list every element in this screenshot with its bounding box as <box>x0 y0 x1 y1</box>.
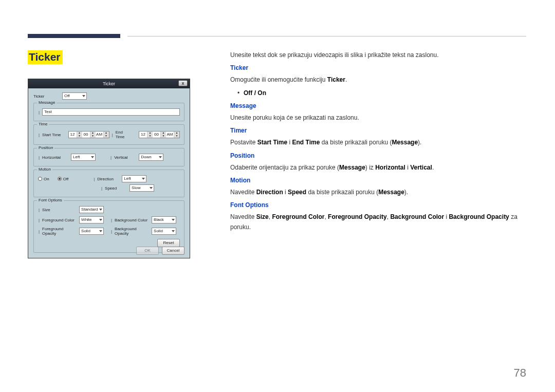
message-heading: Message <box>230 101 526 111</box>
message-field-marker: | <box>39 110 40 115</box>
dialog-close-button[interactable]: x <box>178 80 188 86</box>
motion-group: Motion On Off | Direction Left <box>33 170 184 197</box>
motion-heading: Motion <box>230 176 526 185</box>
motion-off-radio[interactable]: Off <box>58 177 69 181</box>
bg-color-select[interactable]: Black <box>152 216 176 223</box>
message-desc: Unesite poruku koja će se prikazati na z… <box>230 113 526 123</box>
fg-color-select[interactable]: White <box>79 216 104 223</box>
content-columns: Ticker Ticker x Ticker Off Message | Tes… <box>28 50 526 258</box>
bg-opacity-label: Background Opacity <box>115 227 150 236</box>
timer-desc: Postavite Start Time i End Time da biste… <box>230 138 526 147</box>
direction-label: Direction <box>97 177 120 181</box>
ticker-select[interactable]: Off <box>62 92 87 100</box>
bg-color-label: Background Color <box>115 218 150 222</box>
cancel-button[interactable]: Cancel <box>162 247 184 255</box>
dialog-title-text: Ticker <box>28 79 190 88</box>
motion-group-label: Motion <box>37 167 52 172</box>
position-group: Position | Horizontal Left | Vertical Do… <box>33 148 184 166</box>
header-rule <box>127 36 526 36</box>
size-label: Size <box>42 208 77 212</box>
font-group-label: Font Options <box>37 198 64 202</box>
dialog-body: Ticker Off Message | Test Time | Start T… <box>28 88 190 257</box>
horizontal-label: Horizontal <box>42 155 69 160</box>
motion-desc: Navedite Direction i Speed da biste prik… <box>230 188 526 197</box>
font-options-desc: Navedite Size, Foreground Color, Foregro… <box>230 212 526 232</box>
end-time-label: End Time <box>116 130 131 139</box>
header-accent-bar <box>28 34 120 38</box>
size-select[interactable]: Standard <box>79 206 104 213</box>
timer-heading: Timer <box>230 126 526 136</box>
ticker-dialog: Ticker x Ticker Off Message | Test Time <box>28 79 190 258</box>
intro-text: Unesite tekst dok se prikazuju videozapi… <box>230 50 526 60</box>
position-group-label: Position <box>37 145 54 150</box>
message-group-label: Message <box>37 100 57 105</box>
reset-button[interactable]: Reset <box>157 239 180 247</box>
left-column: Ticker Ticker x Ticker Off Message | Tes… <box>28 50 190 258</box>
radio-icon <box>58 177 62 181</box>
fg-opacity-select[interactable]: Solid <box>79 228 104 235</box>
fg-color-label: Foreground Color <box>42 218 77 222</box>
message-group: Message | Test <box>33 103 184 121</box>
position-heading: Position <box>230 151 526 161</box>
speed-label: Speed <box>105 186 127 191</box>
font-options-heading: Font Options <box>230 200 526 210</box>
ticker-label: Ticker <box>33 94 60 99</box>
motion-on-radio[interactable]: On <box>38 177 49 181</box>
ticker-row: Ticker Off <box>33 92 184 100</box>
message-input[interactable]: Test <box>42 108 180 116</box>
radio-icon <box>38 177 42 181</box>
fg-opacity-label: Foreground Opacity <box>42 227 77 236</box>
ticker-desc: Omogućite ili onemogućite funkciju Ticke… <box>230 75 526 85</box>
start-time-label: Start Time <box>42 133 66 137</box>
vertical-select[interactable]: Down <box>139 154 163 161</box>
time-group: Time | Start Time 12 ▲▼ 00 ▲▼ AM ▲▼ | <box>33 124 184 145</box>
vertical-label: Vertical <box>114 155 137 160</box>
speed-select[interactable]: Slow <box>130 184 154 192</box>
end-time-spinner[interactable]: 12 ▲▼ 00 ▲▼ AM ▲▼ <box>139 131 180 138</box>
bg-opacity-select[interactable]: Solid <box>152 228 176 235</box>
off-on-bullet: Off / On <box>230 88 526 98</box>
time-group-label: Time <box>37 122 49 126</box>
horizontal-select[interactable]: Left <box>71 154 96 161</box>
ticker-heading: Ticker <box>230 63 526 73</box>
dialog-footer: OK Cancel <box>136 247 184 255</box>
font-options-group: Font Options | Size Standard | Foregroun… <box>33 200 184 253</box>
ok-button[interactable]: OK <box>136 247 159 255</box>
start-time-spinner[interactable]: 12 ▲▼ 00 ▲▼ AM ▲▼ <box>68 131 109 138</box>
direction-select[interactable]: Left <box>122 175 146 182</box>
dialog-titlebar: Ticker x <box>28 79 190 88</box>
section-title: Ticker <box>28 50 63 64</box>
position-desc: Odaberite orijentaciju za prikaz poruke … <box>230 163 526 173</box>
page-number: 78 <box>514 366 526 380</box>
right-column: Unesite tekst dok se prikazuju videozapi… <box>230 50 526 258</box>
